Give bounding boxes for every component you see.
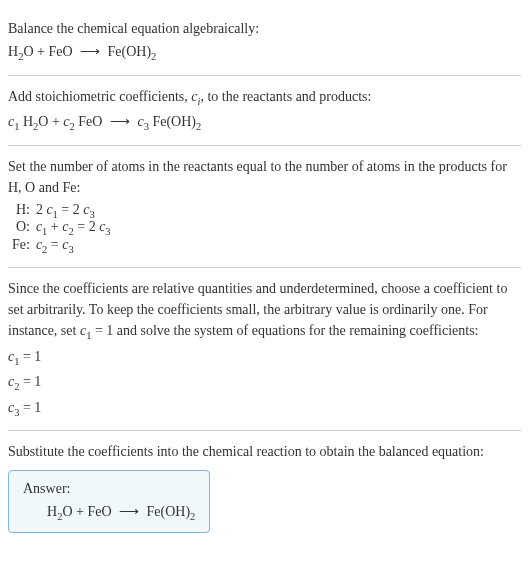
h2o-o: O + <box>38 114 63 129</box>
intro-text: Balance the chemical equation algebraica… <box>8 18 521 39</box>
answer-intro: Substitute the coefficients into the che… <box>8 441 521 462</box>
ans-feoh: Fe(OH) <box>147 504 191 519</box>
arrow-icon: ⟶ <box>80 41 100 62</box>
atom-row-fe: Fe: c2 = c3 <box>8 237 111 255</box>
result-c3: c3 = 1 <box>8 397 521 421</box>
h-eq-b: = 2 <box>58 202 83 217</box>
eq-h: H <box>8 44 18 59</box>
answer-box: Answer: H2O + FeO ⟶ Fe(OH)2 <box>8 470 210 533</box>
answer-label: Answer: <box>23 481 195 497</box>
section-coefficients: Add stoichiometric coefficients, ci, to … <box>8 76 521 146</box>
ans-rest: O + FeO <box>62 504 111 519</box>
eq-sub2b: 2 <box>151 51 156 62</box>
section-balance-intro: Balance the chemical equation algebraica… <box>8 8 521 76</box>
atom-label-o: O: <box>8 219 36 237</box>
fe-eq: = <box>47 237 62 252</box>
solve-intro: Since the coefficients are relative quan… <box>8 278 521 344</box>
coeff-intro-b: , to the reactants and products: <box>200 89 371 104</box>
atom-eq-h: 2 c1 = 2 c3 <box>36 202 111 220</box>
solve-intro-b: = 1 and solve the system of equations fo… <box>91 323 478 338</box>
atom-equations-table: H: 2 c1 = 2 c3 O: c1 + c2 = 2 c3 Fe: c2 … <box>8 202 111 255</box>
h-2a: 2 <box>36 202 47 217</box>
atom-eq-fe: c2 = c3 <box>36 237 111 255</box>
r2-v: = 1 <box>19 374 41 389</box>
ans-h: H <box>47 504 57 519</box>
equation-unbalanced: H2O + FeO ⟶ Fe(OH)2 <box>8 41 521 65</box>
eq-o-feo: O + FeO <box>23 44 72 59</box>
h2o-h: H <box>19 114 33 129</box>
atom-row-h: H: 2 c1 = 2 c3 <box>8 202 111 220</box>
o-eq: = 2 <box>74 219 99 234</box>
eq-feoh: Fe(OH) <box>108 44 152 59</box>
coeff-intro-a: Add stoichiometric coefficients, <box>8 89 191 104</box>
r1-v: = 1 <box>19 349 41 364</box>
result-c1: c1 = 1 <box>8 346 521 370</box>
r3-v: = 1 <box>19 400 41 415</box>
section-answer: Substitute the coefficients into the che… <box>8 431 521 541</box>
feoh-sub: 2 <box>196 121 201 132</box>
section-solve: Since the coefficients are relative quan… <box>8 268 521 431</box>
arrow-icon: ⟶ <box>110 111 130 132</box>
o-plus: + <box>47 219 62 234</box>
ans-feoh-sub: 2 <box>190 511 195 522</box>
atom-row-o: O: c1 + c2 = 2 c3 <box>8 219 111 237</box>
arrow-icon: ⟶ <box>119 503 139 520</box>
atom-intro: Set the number of atoms in the reactants… <box>8 156 521 198</box>
h-c3s: 3 <box>89 208 94 219</box>
coeff-intro: Add stoichiometric coefficients, ci, to … <box>8 86 521 110</box>
atom-label-fe: Fe: <box>8 237 36 255</box>
atom-eq-o: c1 + c2 = 2 c3 <box>36 219 111 237</box>
result-c2: c2 = 1 <box>8 371 521 395</box>
answer-equation: H2O + FeO ⟶ Fe(OH)2 <box>23 503 195 522</box>
fe-c3s: 3 <box>68 244 73 255</box>
equation-with-coeffs: c1 H2O + c2 FeO ⟶ c3 Fe(OH)2 <box>8 111 521 135</box>
atom-label-h: H: <box>8 202 36 220</box>
feo-text: FeO <box>75 114 103 129</box>
feoh-text: Fe(OH) <box>149 114 196 129</box>
section-atom-balance: Set the number of atoms in the reactants… <box>8 146 521 268</box>
o-c3s: 3 <box>105 226 110 237</box>
